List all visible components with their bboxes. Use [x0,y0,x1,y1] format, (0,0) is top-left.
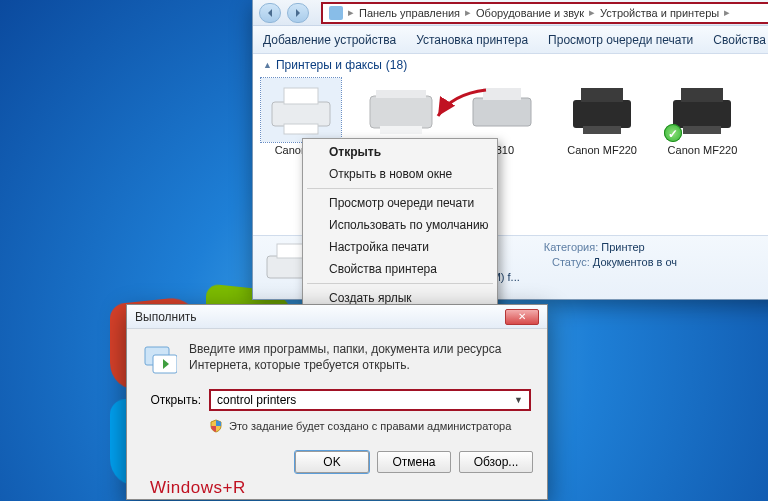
ok-button[interactable]: OK [295,451,369,473]
close-button[interactable]: ✕ [505,309,539,325]
svg-rect-2 [284,124,318,134]
cmd-add-printer[interactable]: Установка принтера [416,33,528,47]
menu-open-new[interactable]: Открыть в новом окне [305,163,495,185]
svg-rect-9 [581,88,623,102]
svg-rect-11 [673,100,731,128]
nav-forward-button[interactable] [287,3,309,23]
breadcrumb-mid[interactable]: Оборудование и звук [476,7,584,19]
run-input-value: control printers [217,393,296,407]
breadcrumb-root[interactable]: Панель управления [359,7,460,19]
svg-rect-3 [370,96,432,128]
printer-icon-default [662,78,742,142]
printer-icon [261,78,341,142]
cmd-server-props[interactable]: Свойства сервера печат [713,33,768,47]
run-description: Введите имя программы, папки, документа … [189,341,531,375]
printer-item[interactable]: Canon [763,78,768,157]
control-panel-icon [329,6,343,20]
menu-printer-props[interactable]: Свойства принтера [305,258,495,280]
svg-rect-13 [683,126,721,134]
menu-open[interactable]: Открыть [305,141,495,163]
section-count: (18) [386,58,407,72]
svg-rect-5 [380,126,422,134]
menu-view-queue[interactable]: Просмотр очереди печати [305,192,495,214]
uac-shield-icon [209,419,223,433]
printer-item[interactable]: Canon MF220 [662,78,742,157]
breadcrumb-leaf[interactable]: Устройства и принтеры [600,7,719,19]
cmd-add-device[interactable]: Добавление устройства [263,33,396,47]
run-admin-note: Это задание будет создано с правами адми… [229,420,511,432]
run-button-row: OK Отмена Обзор... [127,441,547,473]
svg-rect-8 [573,100,631,128]
command-bar: Добавление устройства Установка принтера… [253,26,768,54]
svg-rect-1 [284,88,318,104]
svg-rect-10 [583,126,621,134]
nav-back-button[interactable] [259,3,281,23]
printer-icon [562,78,642,142]
browse-button[interactable]: Обзор... [459,451,533,473]
run-titlebar: Выполнить ✕ [127,305,547,329]
annotation-shortcut: Windows+R [150,478,246,498]
dropdown-icon[interactable]: ▼ [514,395,523,405]
run-title: Выполнить [135,310,197,324]
printer-icon [462,78,542,142]
cmd-view-queue[interactable]: Просмотр очереди печати [548,33,693,47]
printer-icon [361,78,441,142]
svg-rect-6 [473,98,531,126]
run-icon [143,341,177,375]
menu-printing-pref[interactable]: Настройка печати [305,236,495,258]
breadcrumb[interactable]: ▸ Панель управления ▸ Оборудование и зву… [321,2,768,24]
svg-rect-7 [483,88,521,100]
section-title: Принтеры и факсы [276,58,382,72]
menu-set-default[interactable]: Использовать по умолчанию [305,214,495,236]
printer-label: Canon MF220 [668,144,738,157]
cancel-button[interactable]: Отмена [377,451,451,473]
explorer-titlebar: ▸ Панель управления ▸ Оборудование и зву… [253,0,768,26]
printer-icon [763,78,768,142]
printer-label: Canon MF220 [567,144,637,157]
run-open-label: Открыть: [143,393,201,407]
section-header[interactable]: ▲ Принтеры и факсы (18) [253,54,768,74]
run-input[interactable]: control printers ▼ [209,389,531,411]
collapse-icon: ▲ [263,60,272,70]
run-dialog: Выполнить ✕ Введите имя программы, папки… [126,304,548,500]
svg-rect-12 [681,88,723,102]
svg-rect-4 [376,90,426,98]
printer-item[interactable]: Canon MF220 [562,78,642,157]
svg-rect-0 [272,102,330,126]
